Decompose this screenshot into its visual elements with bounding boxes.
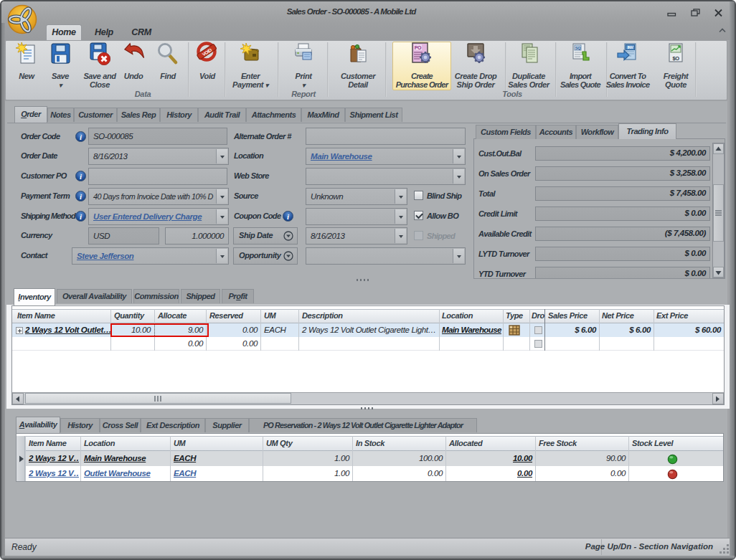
- svg-text:PO: PO: [415, 45, 422, 50]
- svg-text:$O: $O: [672, 55, 679, 62]
- svg-text:SQ: SQ: [575, 46, 581, 50]
- svg-text:INV: INV: [628, 45, 633, 49]
